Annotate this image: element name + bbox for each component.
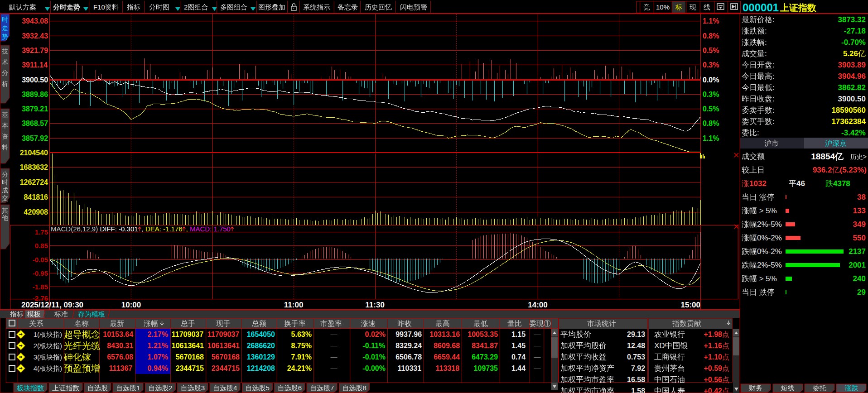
svg-text:111367: 111367 — [109, 364, 133, 372]
svg-text:> 5%: > 5% — [757, 206, 777, 215]
svg-text:7: 7 — [330, 384, 334, 392]
svg-text:2025/12/11, 09:30: 2025/12/11, 09:30 — [21, 301, 83, 309]
svg-text:0.94%: 0.94% — [148, 364, 168, 372]
svg-text:0.8%: 0.8% — [703, 32, 719, 40]
svg-text:3900.50: 3900.50 — [838, 95, 866, 103]
svg-text:2001: 2001 — [849, 261, 866, 269]
svg-text:1.45: 1.45 — [511, 342, 526, 350]
svg-text:0.85: 0.85 — [35, 242, 48, 249]
svg-text:> 5%: > 5% — [757, 274, 777, 283]
svg-text::: : — [765, 49, 767, 58]
svg-text:16.58: 16.58 — [627, 376, 645, 383]
svg-text:3943.08: 3943.08 — [22, 17, 48, 25]
svg-text:10%: 10% — [656, 3, 670, 11]
svg-text:0.0%: 0.0% — [703, 76, 719, 84]
svg-text:11709037: 11709037 — [172, 331, 203, 338]
svg-text:3: 3 — [201, 384, 205, 392]
svg-text:2%-5%: 2%-5% — [757, 261, 782, 269]
svg-text:3911.14: 3911.14 — [22, 61, 48, 69]
svg-text:1.15: 1.15 — [511, 331, 526, 338]
svg-text:2: 2 — [169, 384, 172, 392]
svg-text:3862.82: 3862.82 — [838, 83, 866, 92]
svg-text:000001: 000001 — [743, 1, 779, 14]
svg-text:-0.70%: -0.70% — [841, 38, 866, 47]
svg-text:3873.32: 3873.32 — [838, 15, 866, 24]
svg-text:10313.16: 10313.16 — [429, 331, 460, 338]
svg-text:3857.92: 3857.92 — [22, 134, 48, 142]
svg-text:8329.24: 8329.24 — [395, 342, 422, 350]
svg-text:17362384: 17362384 — [831, 117, 866, 126]
svg-text:+0.56: +0.56 — [704, 376, 723, 383]
svg-text:133: 133 — [853, 206, 866, 215]
svg-text:46: 46 — [796, 179, 805, 188]
svg-text:+0.59: +0.59 — [704, 364, 723, 372]
svg-text:3868.57: 3868.57 — [22, 120, 48, 127]
svg-text:0%-2%: 0%-2% — [757, 247, 782, 256]
svg-text:1: 1 — [136, 384, 140, 392]
svg-text:10613641: 10613641 — [172, 342, 204, 350]
svg-text:29: 29 — [857, 288, 866, 297]
svg-text:-0.95: -0.95 — [33, 269, 48, 277]
svg-text:): ) — [60, 342, 62, 350]
svg-text:): ) — [60, 364, 62, 372]
svg-text:5670168: 5670168 — [176, 353, 204, 361]
svg-text:-0.11%: -0.11% — [362, 342, 385, 350]
svg-text:F10: F10 — [93, 3, 105, 11]
svg-text:0.5%: 0.5% — [703, 105, 719, 113]
svg-text:0.02%: 0.02% — [365, 331, 386, 338]
svg-text::: : — [772, 95, 775, 103]
svg-text:3932.43: 3932.43 — [22, 32, 48, 40]
svg-text:349: 349 — [853, 220, 866, 229]
svg-text::: : — [772, 61, 775, 69]
svg-text:8430.31: 8430.31 — [107, 342, 133, 350]
svg-text:1032: 1032 — [749, 179, 767, 188]
svg-text:2686620: 2686620 — [247, 342, 275, 350]
svg-text:15:00: 15:00 — [681, 301, 700, 309]
svg-text:8: 8 — [362, 384, 366, 392]
svg-text:7.91%: 7.91% — [291, 353, 312, 361]
svg-text:10153.64: 10153.64 — [103, 331, 133, 338]
svg-text:0.8%: 0.8% — [703, 120, 719, 127]
svg-text:6: 6 — [298, 384, 302, 392]
svg-text:0.3%: 0.3% — [703, 61, 719, 69]
svg-text:1.1%: 1.1% — [703, 134, 719, 142]
svg-text:2344715: 2344715 — [212, 364, 240, 372]
svg-text::: : — [765, 38, 767, 47]
svg-text:-0.00%: -0.00% — [362, 364, 386, 372]
svg-text:8.75%: 8.75% — [291, 342, 312, 350]
svg-text:1.1%: 1.1% — [703, 17, 719, 25]
svg-text:2.17%: 2.17% — [148, 331, 168, 338]
svg-text:6506.78: 6506.78 — [395, 353, 422, 361]
svg-text::: : — [772, 106, 775, 115]
svg-text:10:00: 10:00 — [121, 301, 141, 309]
svg-text:10613641: 10613641 — [207, 342, 240, 350]
svg-text:1683632: 1683632 — [20, 163, 48, 171]
svg-text::: : — [772, 83, 775, 92]
svg-text:11:00: 11:00 — [284, 301, 304, 309]
svg-text:(5.23%): (5.23%) — [840, 166, 867, 174]
svg-text:2137: 2137 — [849, 247, 866, 256]
svg-text:DIFF: -0.301: DIFF: -0.301 — [100, 225, 138, 233]
svg-text:12.48: 12.48 — [627, 342, 645, 350]
svg-text:MACD(26,12,9): MACD(26,12,9) — [51, 225, 100, 233]
svg-text:420908: 420908 — [24, 208, 48, 216]
svg-text:2344715: 2344715 — [176, 364, 204, 372]
svg-text::: : — [772, 117, 775, 126]
svg-text:2104540: 2104540 — [20, 149, 48, 157]
svg-text:550: 550 — [853, 234, 866, 242]
svg-text:,: , — [186, 225, 190, 233]
svg-text:1262724: 1262724 — [20, 178, 48, 186]
svg-text:109735: 109735 — [474, 364, 498, 372]
svg-text:8609.68: 8609.68 — [434, 342, 460, 350]
svg-text:+1.16: +1.16 — [704, 342, 723, 350]
svg-text:XD: XD — [654, 341, 665, 350]
svg-text:1.21%: 1.21% — [148, 342, 168, 350]
svg-text:11:30: 11:30 — [365, 301, 385, 309]
svg-text:3904.96: 3904.96 — [838, 72, 866, 81]
svg-text:+1.10: +1.10 — [704, 353, 723, 361]
svg-text:+1.98: +1.98 — [704, 331, 723, 338]
svg-text:110331: 110331 — [398, 364, 422, 372]
svg-text:3889.86: 3889.86 — [22, 91, 48, 98]
svg-text:5: 5 — [265, 384, 269, 392]
svg-text:29.13: 29.13 — [627, 331, 645, 338]
